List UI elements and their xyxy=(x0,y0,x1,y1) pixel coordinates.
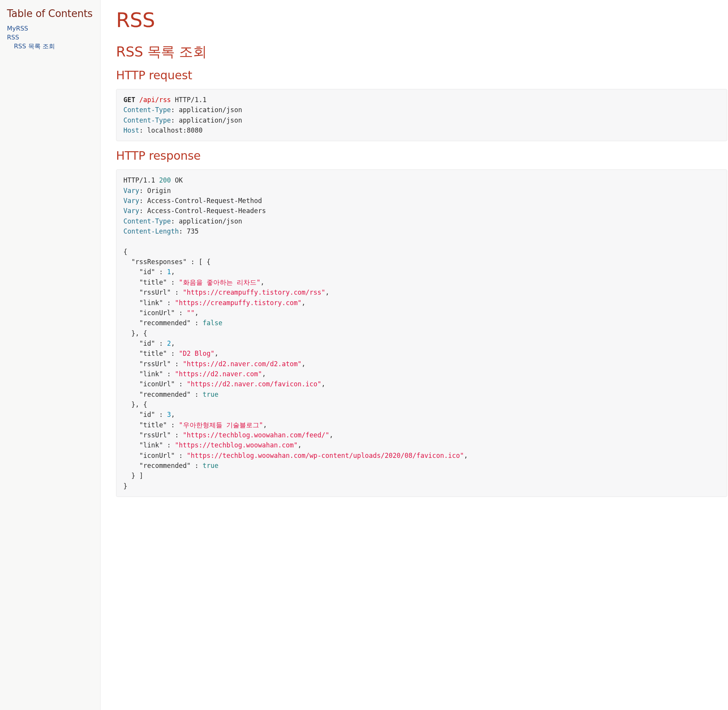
toc-list: MyRSS RSS RSS 목록 조회 xyxy=(7,25,93,51)
http-response-codeblock: HTTP/1.1 200 OK Vary: Origin Vary: Acces… xyxy=(116,169,727,497)
toc-title: Table of Contents xyxy=(7,8,93,19)
content: RSS RSS 목록 조회 HTTP request GET /api/rss … xyxy=(101,0,727,710)
toc-link-rss-list[interactable]: RSS 목록 조회 xyxy=(14,43,55,50)
toc-link-myrss[interactable]: MyRSS xyxy=(7,25,28,32)
http-request-codeblock: GET /api/rss HTTP/1.1 Content-Type: appl… xyxy=(116,89,727,141)
toc-item-rss: RSS xyxy=(7,34,93,41)
page-title: RSS xyxy=(116,9,727,32)
toc-item-myrss: MyRSS xyxy=(7,25,93,32)
section-title: RSS 목록 조회 xyxy=(116,43,727,61)
toc-item-rss-list: RSS 목록 조회 xyxy=(14,43,93,51)
response-heading: HTTP response xyxy=(116,149,727,162)
toc-sidebar: Table of Contents MyRSS RSS RSS 목록 조회 xyxy=(0,0,101,710)
request-heading: HTTP request xyxy=(116,68,727,82)
toc-link-rss[interactable]: RSS xyxy=(7,34,19,41)
